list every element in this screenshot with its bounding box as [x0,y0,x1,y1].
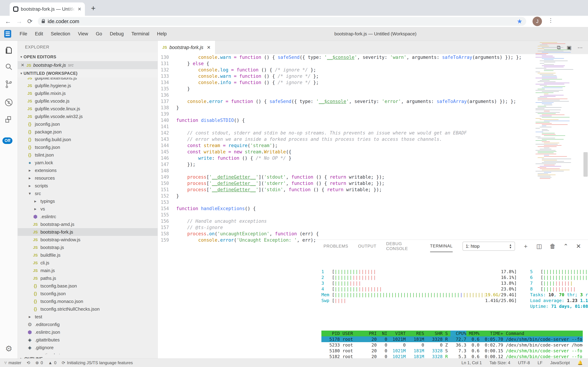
tree-item-tsconfig.strictNullChecks.json[interactable]: tsconfig.strictNullChecks.json [18,305,157,313]
code-line: 153 [158,199,588,205]
split-terminal-icon[interactable]: ◫ [536,243,542,250]
menu-debug[interactable]: Debug [106,31,128,37]
close-tab-icon[interactable]: ✕ [207,45,211,50]
language-status[interactable]: ⟳ Initializing JS/TS language features [62,360,133,365]
tree-item-tsconfig.json[interactable]: tsconfig.json [18,143,157,151]
open-editors-header[interactable]: ▾ OPEN EDITORS [18,53,157,61]
outline-header[interactable]: ▸ OUTLINE [18,354,157,359]
terminal-select[interactable]: 1: htop ▲▼ [463,242,515,251]
git-branch[interactable]: ⑂ master [4,360,21,365]
explorer-icon[interactable] [0,46,17,56]
menu-file[interactable]: File [16,31,31,37]
terminal[interactable]: 1[||||||||||||||17.8%]2[||||||||||||||16… [321,257,583,359]
tree-item-tsconfig.json[interactable]: tsconfig.json [18,290,157,298]
tab-close-icon[interactable]: ✕ [78,7,81,12]
close-editor-icon[interactable]: ✕ [21,63,24,67]
error-count[interactable]: ⊗ 0 [35,360,43,365]
tree-item-tsconfig.base.json[interactable]: tsconfig.base.json [18,282,157,290]
tree-item-bootstrap-amd.js[interactable]: bootstrap-amd.js [18,220,157,228]
warning-count[interactable]: ▲ 0 [48,360,56,365]
tree-item-buildfile.js[interactable]: buildfile.js [18,251,157,259]
tab-problems[interactable]: PROBLEMS [323,241,348,252]
encoding[interactable]: UTF-8 [518,360,530,365]
notifications-bell-icon[interactable]: 🔔 [578,360,583,365]
open-editor-item[interactable]: ✕ bootstrap-fork.js src [18,61,157,69]
htop-table-header[interactable]: PIDUSERPRINIVIRTRESSHRSCPU%MEM%TIME+Comm… [321,331,583,336]
address-bar[interactable]: ide.coder.com ★ [38,17,526,26]
close-panel-icon[interactable]: ✕ [576,243,581,250]
tree-item-typings[interactable]: typings [18,197,157,205]
tree-item-test[interactable]: test [18,313,157,321]
process-row-5180[interactable]: 5180root2001021M181M3328S7.30.60:00.15/d… [321,348,583,354]
browser-menu-icon[interactable]: ⋮ [548,19,554,24]
workspace-header[interactable]: ▾ UNTITLED (WORKSPACE) [18,69,157,78]
tree-item-package.json[interactable]: package.json [18,128,157,136]
tree-item-.gitignore[interactable]: .gitignore [18,344,157,351]
bookmark-star-icon[interactable]: ★ [517,18,522,25]
menu-view[interactable]: View [74,31,92,37]
settings-gear-icon[interactable]: ⚙ [0,344,17,353]
editor-tab[interactable]: bootstrap-fork.js ✕ [158,41,215,54]
tree-item-gulpfile.vscode.linux.js[interactable]: gulpfile.vscode.linux.js [18,105,157,113]
tree-item-main.js[interactable]: main.js [18,267,157,274]
eol[interactable]: LF [538,360,542,365]
menu-selection[interactable]: Selection [47,31,74,37]
tab-terminal[interactable]: TERMINAL [430,240,453,252]
tree-item-vs[interactable]: vs [18,205,157,213]
tree-item-cli.js[interactable]: cli.js [18,259,157,267]
minimap[interactable] [536,42,576,182]
file-tree: gulpfile.extensions.jsgulpfile.hygiene.j… [18,78,157,354]
tab-output[interactable]: OUTPUT [358,241,376,252]
maximize-panel-icon[interactable]: ⌃ [563,243,568,250]
tree-item-resources[interactable]: resources [18,174,157,182]
process-row-5233[interactable]: 5233root200000Z36.30.00:02.79/dev/shm/bi… [321,342,583,348]
tab-size[interactable]: Tab Size: 4 [489,360,510,365]
tree-item-scripts[interactable]: scripts [18,182,157,190]
code-line: 136 [158,92,588,98]
kill-terminal-icon[interactable]: 🗑 [550,243,556,250]
tree-item-gulpfile.hygiene.js[interactable]: gulpfile.hygiene.js [18,82,157,90]
menu-go[interactable]: Go [92,31,106,37]
tree-item-tsconfig.build.json[interactable]: tsconfig.build.json [18,136,157,143]
tree-item-.mention-bot[interactable]: .mention-bot [18,351,157,354]
off-badge[interactable]: Off [2,137,12,144]
tree-item-bootstrap.js[interactable]: bootstrap.js [18,243,157,251]
menu-edit[interactable]: Edit [31,31,47,37]
menu-terminal[interactable]: Terminal [128,31,153,37]
tree-item-jsconfig.json[interactable]: jsconfig.json [18,120,157,128]
process-row-5178[interactable]: 5178root2001021M181M3328R72.70.60:05.70/… [321,336,583,342]
tree-item-extensions[interactable]: extensions [18,167,157,174]
tree-item-gulpfile.extensions.js[interactable]: gulpfile.extensions.js [18,78,157,82]
tab-debug-console[interactable]: DEBUG CONSOLE [386,238,420,254]
browser-tab[interactable]: bootstrap-fork.js — Untitled (W ✕ [10,2,85,16]
new-terminal-icon[interactable]: ＋ [523,242,529,250]
search-icon[interactable] [0,62,17,72]
tree-item-.eslintrc[interactable]: .eslintrc [18,213,157,220]
back-icon[interactable]: ← [5,18,11,25]
tree-item-tslint.json[interactable]: tslint.json [18,151,157,159]
language-mode[interactable]: JavaScript [550,360,570,365]
tree-item-src[interactable]: src [18,190,157,197]
more-actions-icon[interactable]: ⋯ [578,44,583,50]
tree-item-yarn.lock[interactable]: yarn.lock [18,159,157,167]
editor-scrollbar[interactable] [583,152,588,177]
tree-item-gulpfile.vscode.win32.js[interactable]: gulpfile.vscode.win32.js [18,113,157,120]
tree-item-.gitattributes[interactable]: .gitattributes [18,336,157,344]
tree-item-bootstrap-fork.js[interactable]: bootstrap-fork.js [18,228,157,236]
new-tab-button[interactable]: + [91,4,96,13]
sync-icon[interactable]: ⟲ [27,360,30,365]
tree-item-gulpfile.mixin.js[interactable]: gulpfile.mixin.js [18,90,157,97]
debug-disabled-icon[interactable] [0,98,17,108]
reload-icon[interactable]: ⟳ [27,18,33,25]
avatar[interactable]: J [532,17,542,26]
extensions-icon[interactable] [0,115,17,125]
tree-item-bootstrap-window.js[interactable]: bootstrap-window.js [18,236,157,243]
tree-item-.editorconfig[interactable]: .editorconfig [18,321,157,328]
cursor-position[interactable]: Ln 1, Col 1 [461,360,482,365]
tree-item-tsconfig.monaco.json[interactable]: tsconfig.monaco.json [18,298,157,305]
source-control-icon[interactable] [0,80,17,90]
tree-item-paths.js[interactable]: paths.js [18,274,157,282]
htop-uptime: Uptime: 71 days, 01:08:16 [530,303,588,309]
tree-item-gulpfile.vscode.js[interactable]: gulpfile.vscode.js [18,97,157,105]
tree-item-.eslintrc.json[interactable]: .eslintrc.json [18,328,157,336]
